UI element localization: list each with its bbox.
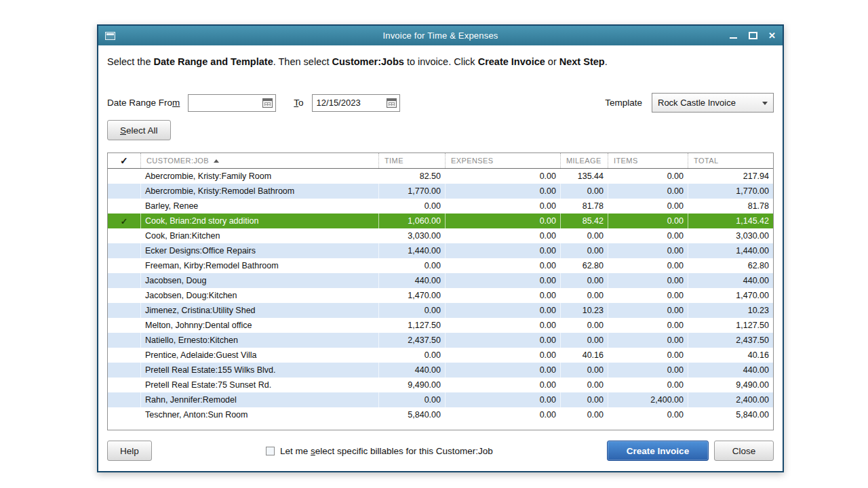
row-customer-job: Prentice, Adelaide:Guest Villa [140, 348, 378, 363]
row-checkmark[interactable] [108, 363, 140, 378]
titlebar[interactable]: Invoice for Time & Expenses ✕ [98, 26, 783, 45]
row-total: 440.00 [688, 273, 773, 288]
row-checkmark[interactable] [108, 333, 140, 348]
row-total: 1,440.00 [688, 243, 773, 258]
row-time: 1,770.00 [378, 184, 445, 199]
table-row[interactable]: Teschner, Anton:Sun Room 5,840.00 0.00 0… [108, 407, 773, 422]
row-checkmark[interactable]: ✓ [108, 214, 140, 228]
row-checkmark[interactable] [108, 407, 140, 422]
help-button[interactable]: Help [107, 441, 152, 461]
table-row[interactable]: Natiello, Ernesto:Kitchen 2,437.50 0.00 … [108, 333, 773, 348]
row-customer-job: Jacobsen, Doug [140, 273, 378, 288]
calendar-icon[interactable] [387, 98, 397, 108]
row-expenses: 0.00 [445, 333, 560, 348]
row-customer-job: Freeman, Kirby:Remodel Bathroom [140, 258, 378, 273]
row-total: 9,490.00 [688, 378, 773, 392]
row-total: 440.00 [688, 363, 773, 378]
row-customer-job: Abercrombie, Kristy:Family Room [140, 169, 378, 184]
table-row[interactable]: Barley, Renee 0.00 0.00 81.78 0.00 81.78 [108, 199, 773, 214]
row-time: 440.00 [378, 363, 445, 378]
table-row[interactable]: Prentice, Adelaide:Guest Villa 0.00 0.00… [108, 348, 773, 363]
row-checkmark[interactable] [108, 318, 140, 333]
table-row[interactable]: Jimenez, Cristina:Utility Shed 0.00 0.00… [108, 303, 773, 318]
table-row[interactable]: Ecker Designs:Office Repairs 1,440.00 0.… [108, 243, 773, 258]
row-customer-job: Natiello, Ernesto:Kitchen [140, 333, 378, 348]
date-range-from-label: Date Range From [107, 98, 180, 108]
table-row[interactable]: Jacobsen, Doug 440.00 0.00 0.00 0.00 440… [108, 273, 773, 288]
row-expenses: 0.00 [445, 378, 560, 392]
table-row[interactable]: Rahn, Jennifer:Remodel 0.00 0.00 0.00 2,… [108, 392, 773, 407]
table-row[interactable]: Abercrombie, Kristy:Family Room 82.50 0.… [108, 169, 773, 184]
instruction-text: Select the Date Range and Template. Then… [107, 56, 774, 67]
template-value: Rock Castle Invoice [658, 98, 736, 108]
table-row[interactable]: Freeman, Kirby:Remodel Bathroom 0.00 0.0… [108, 258, 773, 273]
row-mileage: 0.00 [560, 407, 608, 422]
maximize-button[interactable] [749, 32, 757, 39]
row-expenses: 0.00 [445, 303, 560, 318]
row-checkmark[interactable] [108, 348, 140, 363]
row-customer-job: Pretell Real Estate:75 Sunset Rd. [140, 378, 378, 392]
table-row[interactable]: Pretell Real Estate:155 Wilks Blvd. 440.… [108, 363, 773, 378]
row-time: 82.50 [378, 169, 445, 184]
table-header: ✓ CUSTOMER:JOB TIME EXPENSES MILEAGE ITE… [108, 153, 773, 169]
row-mileage: 0.00 [560, 288, 608, 303]
row-checkmark[interactable] [108, 228, 140, 243]
row-total: 62.80 [688, 258, 773, 273]
row-checkmark[interactable] [108, 243, 140, 258]
row-time: 1,127.50 [378, 318, 445, 333]
row-time: 1,470.00 [378, 288, 445, 303]
desktop-background: Invoice for Time & Expenses ✕ Select the… [0, 0, 868, 488]
row-items: 0.00 [608, 318, 688, 333]
billables-checkbox[interactable] [266, 447, 275, 455]
table-row[interactable]: Cook, Brian:Kitchen 3,030.00 0.00 0.00 0… [108, 228, 773, 243]
row-checkmark[interactable] [108, 392, 140, 407]
row-time: 5,840.00 [378, 407, 445, 422]
table-row[interactable]: ✓ Cook, Brian:2nd story addition 1,060.0… [108, 214, 773, 228]
row-time: 1,060.00 [378, 214, 445, 228]
row-total: 2,437.50 [688, 333, 773, 348]
invoice-dialog: Invoice for Time & Expenses ✕ Select the… [97, 24, 784, 472]
close-window-button[interactable]: ✕ [768, 32, 776, 39]
row-mileage: 0.00 [560, 273, 608, 288]
row-checkmark[interactable] [108, 378, 140, 392]
row-checkmark[interactable] [108, 169, 140, 184]
row-checkmark[interactable] [108, 199, 140, 214]
table-row[interactable]: Melton, Johnny:Dental office 1,127.50 0.… [108, 318, 773, 333]
column-header-total[interactable]: TOTAL [688, 153, 773, 168]
row-items: 0.00 [608, 407, 688, 422]
table-row[interactable]: Pretell Real Estate:75 Sunset Rd. 9,490.… [108, 378, 773, 392]
row-customer-job: Ecker Designs:Office Repairs [140, 243, 378, 258]
column-header-mileage[interactable]: MILEAGE [560, 153, 608, 168]
close-button[interactable]: Close [714, 441, 774, 461]
row-mileage: 40.16 [560, 348, 608, 363]
row-time: 1,440.00 [378, 243, 445, 258]
table-row[interactable]: Jacobsen, Doug:Kitchen 1,470.00 0.00 0.0… [108, 288, 773, 303]
row-checkmark[interactable] [108, 303, 140, 318]
row-items: 2,400.00 [608, 392, 688, 407]
column-header-items[interactable]: ITEMS [608, 153, 688, 168]
column-header-check[interactable]: ✓ [108, 153, 140, 168]
column-header-time[interactable]: TIME [378, 153, 445, 168]
row-checkmark[interactable] [108, 184, 140, 199]
row-expenses: 0.00 [445, 363, 560, 378]
column-header-expenses[interactable]: EXPENSES [445, 153, 560, 168]
calendar-icon[interactable] [262, 98, 273, 108]
row-expenses: 0.00 [445, 228, 560, 243]
table-row[interactable]: Abercrombie, Kristy:Remodel Bathroom 1,7… [108, 184, 773, 199]
row-expenses: 0.00 [445, 243, 560, 258]
select-all-button[interactable]: Select All [107, 120, 171, 140]
row-total: 81.78 [688, 199, 773, 214]
row-total: 1,127.50 [688, 318, 773, 333]
create-invoice-button[interactable]: Create Invoice [607, 441, 709, 461]
row-total: 3,030.00 [688, 228, 773, 243]
column-header-customer-job[interactable]: CUSTOMER:JOB [140, 153, 378, 168]
row-customer-job: Jimenez, Cristina:Utility Shed [140, 303, 378, 318]
row-mileage: 0.00 [560, 243, 608, 258]
row-checkmark[interactable] [108, 273, 140, 288]
row-time: 0.00 [378, 258, 445, 273]
minimize-button[interactable] [729, 32, 738, 39]
row-checkmark[interactable] [108, 258, 140, 273]
row-customer-job: Teschner, Anton:Sun Room [140, 407, 378, 422]
row-checkmark[interactable] [108, 288, 140, 303]
template-dropdown[interactable]: Rock Castle Invoice [652, 93, 774, 113]
